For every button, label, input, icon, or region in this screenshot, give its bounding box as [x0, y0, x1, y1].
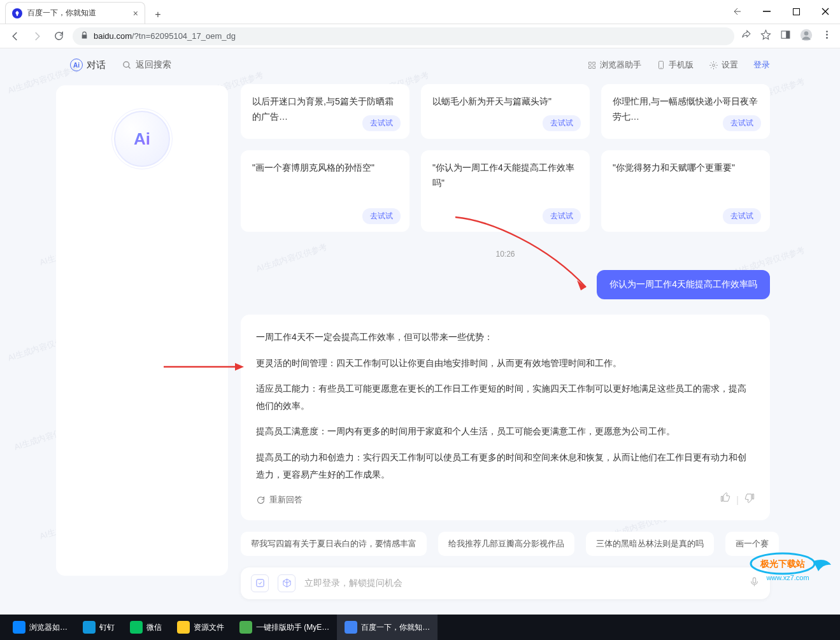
browser-title-bar: 百度一下，你就知道 × + [0, 0, 840, 24]
url-path: /?tn=62095104_17_oem_dg [132, 31, 236, 41]
ai-badge-icon: Ai [70, 59, 83, 71]
app-icon [83, 621, 96, 634]
try-button[interactable]: 去试试 [543, 208, 581, 224]
dialog-label: 对话 [87, 59, 106, 71]
svg-text:www.xz7.com: www.xz7.com [765, 574, 809, 581]
svg-rect-0 [763, 11, 771, 12]
input-placeholder: 立即登录，解锁提问机会 [304, 578, 740, 589]
nav-back-icon[interactable] [8, 29, 23, 44]
side-panel-icon[interactable] [780, 29, 791, 43]
app-label: 微信 [146, 622, 162, 633]
suggestion-card[interactable]: 以蛎毛小新为开天与篇藏头诗"去试试 [421, 84, 590, 139]
answer-p3: 适应员工能力：有些员工可能更愿意在更长的工作日工作更短的时间，实施四天工作制可以… [256, 380, 755, 414]
input-left-icon[interactable] [251, 574, 269, 592]
answer-p1: 一周工作4天不一定会提高工作效率，但可以带来一些优势： [256, 329, 755, 346]
refresh-icon [256, 495, 266, 505]
try-button[interactable]: 去试试 [543, 115, 581, 131]
svg-point-5 [804, 31, 809, 36]
url-domain: baidu.com [94, 31, 132, 41]
taskbar-app[interactable]: 百度一下，你就知… [337, 615, 438, 640]
suggestion-chip[interactable]: 三体的黑暗丛林法则是真的吗 [586, 532, 714, 556]
app-icon [239, 621, 252, 634]
puzzle-icon [587, 60, 597, 70]
browser-tab[interactable]: 百度一下，你就知道 × [5, 2, 145, 24]
address-bar: baidu.com/?tn=62095104_17_oem_dg [0, 24, 840, 48]
windows-taskbar: 浏览器如…钉钉微信资源文件一键排版助手 (MyE…百度一下，你就知… [0, 615, 840, 640]
site-badge: 极光下载站 www.xz7.com [750, 550, 832, 585]
try-button[interactable]: 去试试 [362, 115, 401, 131]
window-close-icon[interactable] [811, 0, 840, 24]
input-bar[interactable]: 立即登录，解锁提问机会 [241, 567, 770, 599]
user-message: 你认为一周工作4天能提高工作效率吗 [597, 270, 770, 299]
ai-logo: Ai [114, 111, 170, 167]
regenerate-button[interactable]: 重新回答 [256, 492, 303, 508]
page-topbar: Ai 对话 返回搜索 浏览器助手 手机版 设置 登录 [0, 48, 840, 82]
back-search-label: 返回搜索 [136, 59, 171, 71]
svg-point-9 [124, 61, 129, 67]
tab-title: 百度一下，你就知道 [27, 8, 96, 18]
url-field[interactable]: baidu.com/?tn=62095104_17_oem_dg [73, 27, 734, 45]
answer-p2: 更灵活的时间管理：四天工作制可以让你更自由地安排时间，从而更有效地管理时间和工作… [256, 355, 755, 372]
thumbs-up-icon[interactable] [720, 492, 731, 509]
suggestion-text: 以蛎毛小新为开天与篇藏头诗" [432, 94, 578, 110]
window-shrink-icon[interactable] [723, 0, 752, 24]
svg-point-11 [660, 68, 661, 68]
app-label: 钉钉 [99, 622, 115, 633]
mobile-icon [657, 60, 666, 69]
try-button[interactable]: 去试试 [723, 115, 761, 131]
window-minimize-icon[interactable] [752, 0, 781, 24]
suggestion-text: "画一个赛博朋克风格的孙悟空" [252, 160, 398, 176]
svg-rect-13 [256, 580, 263, 587]
taskbar-app[interactable]: 一键排版助手 (MyE… [232, 615, 337, 640]
suggestion-card[interactable]: "画一个赛博朋克风格的孙悟空"去试试 [241, 150, 409, 232]
mobile-version[interactable]: 手机版 [657, 59, 694, 71]
app-icon [130, 621, 143, 634]
suggestion-chip[interactable]: 给我推荐几部豆瓣高分影视作品 [438, 532, 574, 556]
svg-point-6 [826, 31, 828, 32]
sidebar-card: Ai [56, 85, 228, 576]
nav-forward-icon[interactable] [29, 29, 45, 44]
gear-icon [709, 60, 718, 70]
menu-icon[interactable] [822, 29, 832, 43]
suggestion-card[interactable]: "你觉得努力和天赋哪个更重要"去试试 [601, 150, 770, 232]
try-button[interactable]: 去试试 [723, 208, 761, 224]
svg-point-8 [826, 37, 828, 39]
app-label: 百度一下，你就知… [361, 622, 430, 633]
suggestion-card[interactable]: "你认为一周工作4天能提高工作效率吗"去试试 [421, 150, 590, 232]
bookmark-icon[interactable] [760, 29, 771, 43]
taskbar-app[interactable]: 资源文件 [169, 615, 232, 640]
new-tab-button[interactable]: + [149, 6, 167, 24]
app-icon [345, 621, 357, 634]
answer-p5: 提高员工的动力和创造力：实行四天工作制可以使员工有更多的时间和空间来休息和恢复，… [256, 449, 755, 483]
page-content: AI生成内容仅供参考 AI生成内容仅供参考 AI生成内容仅供参考 AI生成内容仅… [0, 48, 840, 615]
search-icon [122, 60, 132, 70]
svg-point-12 [713, 64, 715, 66]
suggestion-card[interactable]: 以后开迷口为育景,与5篇关于防晒霜的广告…去试试 [241, 84, 409, 139]
profile-icon[interactable] [800, 29, 813, 44]
app-label: 浏览器如… [29, 622, 68, 633]
svg-rect-3 [786, 31, 790, 38]
nav-reload-icon[interactable] [51, 29, 66, 44]
suggestion-chips: 帮我写四篇有关于夏日表白的诗，要情感丰富给我推荐几部豆瓣高分影视作品三体的黑暗丛… [241, 532, 770, 556]
window-maximize-icon[interactable] [781, 0, 811, 24]
taskbar-app[interactable]: 浏览器如… [5, 615, 75, 640]
share-icon[interactable] [741, 29, 751, 43]
window-controls [723, 0, 840, 24]
tab-close-icon[interactable]: × [133, 8, 138, 18]
login-link[interactable]: 登录 [753, 59, 770, 71]
input-cube-icon[interactable] [278, 574, 295, 592]
main-column: 以后开迷口为育景,与5篇关于防晒霜的广告…去试试以蛎毛小新为开天与篇藏头诗"去试… [241, 82, 770, 615]
try-button[interactable]: 去试试 [362, 208, 401, 224]
back-to-search[interactable]: 返回搜索 [122, 59, 171, 71]
answer-p4: 提高员工满意度：一周内有更多的时间用于家庭和个人生活，员工可能会更满意工作，更愿… [256, 423, 755, 440]
browser-assistant[interactable]: 浏览器助手 [587, 59, 641, 71]
taskbar-app[interactable]: 微信 [122, 615, 169, 640]
settings-link[interactable]: 设置 [709, 59, 738, 71]
dialog-tab[interactable]: Ai 对话 [70, 59, 106, 71]
baidu-favicon [12, 8, 22, 18]
suggestion-chip[interactable]: 帮我写四篇有关于夏日表白的诗，要情感丰富 [241, 532, 427, 556]
taskbar-app[interactable]: 钉钉 [75, 615, 122, 640]
app-label: 一键排版助手 (MyE… [256, 622, 329, 633]
suggestion-card[interactable]: 你理忙用,与一幅感慨快递小哥日夜辛劳七…去试试 [601, 84, 770, 139]
thumbs-down-icon[interactable] [744, 492, 755, 509]
